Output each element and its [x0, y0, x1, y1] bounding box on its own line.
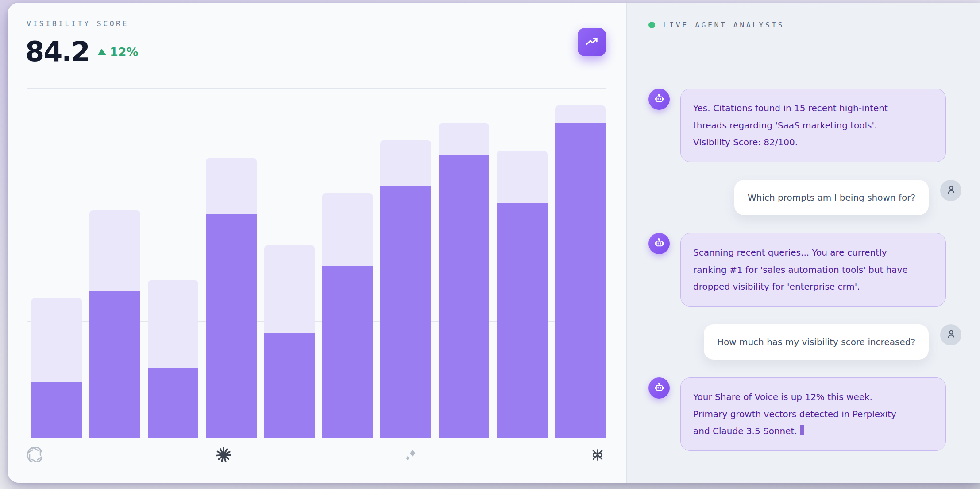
user-avatar	[940, 180, 961, 201]
chat-panel-title: LIVE AGENT ANALYSIS	[663, 21, 784, 29]
user-message-text: Which prompts am I being shown for?	[748, 192, 915, 203]
bar-fill-8	[439, 155, 489, 438]
dashboard-screenshot: VISIBILITY SCORE 84.2 12%	[0, 0, 980, 489]
bot-icon	[653, 381, 665, 395]
bar-column-8[interactable]	[439, 123, 489, 438]
live-status-dot-icon	[648, 22, 655, 28]
bar-fill-4	[206, 214, 256, 438]
person-icon	[945, 328, 957, 342]
bar-column-6[interactable]	[322, 193, 373, 438]
bar-column-3[interactable]	[148, 280, 198, 438]
visibility-score-value: 84.2	[25, 38, 89, 66]
visibility-bar-chart	[27, 88, 606, 438]
agent-message-bubble: Scanning recent queries... You are curre…	[680, 233, 946, 307]
person-icon	[945, 184, 957, 197]
bar-fill-5	[264, 333, 315, 438]
score-row: 84.2 12%	[25, 38, 139, 66]
bar-fill-7	[380, 186, 431, 438]
bar-fill-10	[555, 123, 606, 438]
delta-up-triangle-icon	[97, 49, 106, 55]
bar-column-1[interactable]	[31, 298, 82, 438]
visibility-score-label: VISIBILITY SCORE	[27, 19, 129, 28]
dashboard-window: VISIBILITY SCORE 84.2 12%	[8, 3, 980, 483]
bot-icon	[653, 93, 665, 106]
gridline	[27, 438, 606, 438]
trending-up-icon	[585, 35, 598, 50]
trending-up-button[interactable]	[578, 28, 606, 56]
ai-model-icon-row	[27, 446, 606, 464]
bar-fill-6	[322, 266, 373, 438]
bar-fill-1	[31, 382, 82, 438]
bar-fill-9	[497, 203, 547, 438]
bar-column-2[interactable]	[89, 210, 140, 438]
chat-message-agent: Your Share of Voice is up 12% this week.…	[648, 377, 961, 451]
chat-message-list: Yes. Citations found in 15 recent high-i…	[648, 89, 961, 451]
perplexity-logo-icon	[590, 448, 605, 462]
bot-icon	[653, 237, 665, 251]
agent-message-text: Scanning recent queries... You are curre…	[693, 247, 908, 292]
delta-value: 12%	[110, 45, 139, 59]
agent-avatar	[648, 89, 670, 110]
typing-cursor	[800, 425, 804, 435]
bar-column-9[interactable]	[497, 151, 547, 438]
bar-column-10[interactable]	[555, 105, 606, 438]
bar-column-4[interactable]	[206, 158, 256, 438]
chat-message-user: How much has my visibility score increas…	[648, 324, 961, 360]
bar-column-7[interactable]	[380, 140, 431, 438]
agent-message-bubble: Your Share of Voice is up 12% this week.…	[680, 377, 946, 451]
openai-logo-icon	[27, 447, 42, 462]
user-avatar	[940, 324, 961, 345]
bar-columns	[27, 88, 606, 438]
anthropic-logo-icon	[216, 447, 231, 463]
score-delta: 12%	[97, 45, 139, 59]
chat-message-agent: Scanning recent queries... You are curre…	[648, 233, 961, 307]
agent-avatar	[648, 377, 670, 399]
bar-fill-3	[148, 368, 198, 438]
user-message-bubble: Which prompts am I being shown for?	[734, 180, 929, 216]
bar-column-5[interactable]	[264, 245, 315, 438]
chat-message-user: Which prompts am I being shown for?	[648, 180, 961, 216]
live-agent-analysis-panel: LIVE AGENT ANALYSIS	[626, 3, 980, 483]
visibility-score-panel: VISIBILITY SCORE 84.2 12%	[8, 3, 626, 483]
agent-message-text: Yes. Citations found in 15 recent high-i…	[693, 103, 888, 147]
gemini-sparkle-icon	[404, 448, 417, 462]
chat-header: LIVE AGENT ANALYSIS	[648, 21, 961, 29]
agent-message-bubble: Yes. Citations found in 15 recent high-i…	[680, 89, 946, 162]
agent-avatar	[648, 233, 670, 254]
agent-message-text: Your Share of Voice is up 12% this week.…	[693, 392, 896, 436]
chat-message-agent: Yes. Citations found in 15 recent high-i…	[648, 89, 961, 162]
bar-fill-2	[89, 291, 140, 438]
user-message-bubble: How much has my visibility score increas…	[704, 324, 929, 360]
user-message-text: How much has my visibility score increas…	[717, 337, 915, 347]
